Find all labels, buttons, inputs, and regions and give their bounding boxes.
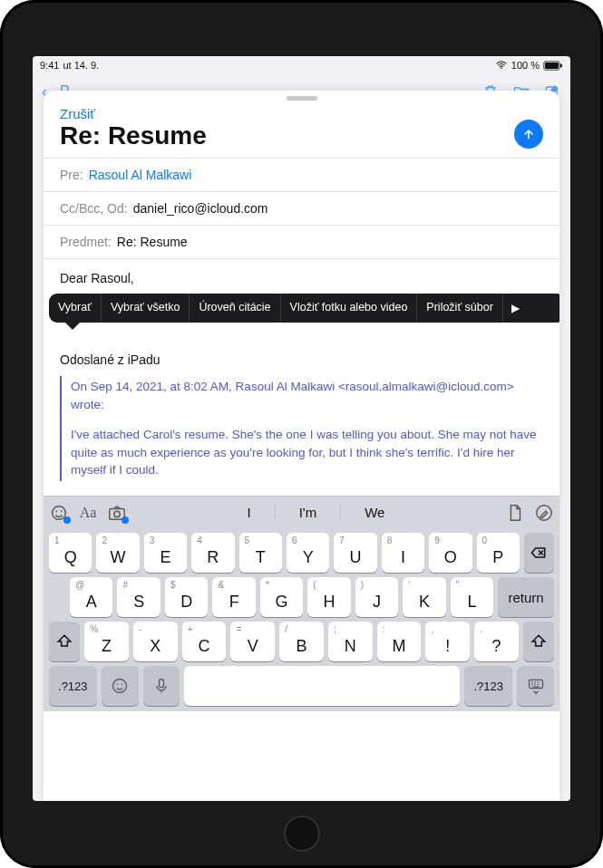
key-alt-label: 9 xyxy=(434,535,440,545)
key-space[interactable] xyxy=(184,666,460,706)
menu-select[interactable]: Vybrať xyxy=(49,294,102,323)
cancel-button[interactable]: Zrušiť xyxy=(60,104,95,121)
key-z[interactable]: %Z xyxy=(84,622,129,661)
key-emoji[interactable] xyxy=(102,666,139,706)
emoji-icon xyxy=(111,677,129,695)
key-main-label: J xyxy=(373,593,381,612)
svg-point-6 xyxy=(55,510,57,512)
key-alt-label: ; xyxy=(334,624,336,634)
key-shift-left[interactable] xyxy=(49,622,80,661)
status-bar: 9:41 ut 14. 9. 100 % xyxy=(33,56,570,74)
to-label: Pre: xyxy=(60,168,83,182)
key-![interactable]: ,! xyxy=(425,622,470,661)
key-s[interactable]: #S xyxy=(117,577,160,617)
key-a[interactable]: @A xyxy=(70,577,112,617)
svg-point-11 xyxy=(113,680,127,693)
key-v[interactable]: =V xyxy=(230,622,275,661)
quote-header: On Sep 14, 2021, at 8:02 AM, Rasoul Al M… xyxy=(71,378,543,413)
key-alt-label: & xyxy=(218,580,224,590)
key-b[interactable]: /B xyxy=(279,622,324,661)
key-q[interactable]: 1Q xyxy=(49,533,92,573)
key-y[interactable]: 6Y xyxy=(287,533,329,573)
key-alt-label: # xyxy=(122,580,128,590)
key-dismiss[interactable] xyxy=(517,666,554,706)
key-return[interactable]: return xyxy=(498,577,554,617)
home-button[interactable] xyxy=(284,815,320,852)
key-alt-label: % xyxy=(90,624,98,634)
ipad-frame: 9:41 ut 14. 9. 100 % ‹ P xyxy=(0,0,603,868)
key-j[interactable]: )J xyxy=(355,577,398,617)
key-main-label: Z xyxy=(102,637,112,656)
key-alt-label: - xyxy=(139,624,141,634)
svg-rect-14 xyxy=(159,680,163,688)
key-mic[interactable] xyxy=(143,666,180,706)
key-d[interactable]: $D xyxy=(165,577,208,617)
menu-select-all[interactable]: Vybrať všetko xyxy=(102,294,190,323)
key-main-label: R xyxy=(207,548,219,567)
key-e[interactable]: 3E xyxy=(144,533,187,573)
prediction-1[interactable]: I xyxy=(224,505,276,520)
subject-value: Re: Resume xyxy=(117,235,188,249)
svg-point-13 xyxy=(122,684,123,686)
message-body[interactable]: Dear Rasoul, Vybrať Vybrať všetko Úroveň… xyxy=(44,259,559,376)
key-shift-right[interactable] xyxy=(523,622,554,661)
key-alt-label: 5 xyxy=(245,535,250,545)
key-alt-label: 0 xyxy=(482,535,488,545)
key-?[interactable]: .? xyxy=(474,622,519,661)
to-value[interactable]: Rasoul Al Malkawi xyxy=(89,168,192,182)
key-alt-label: 1 xyxy=(54,535,60,545)
key-alt-label: + xyxy=(188,624,193,634)
key-o[interactable]: 9O xyxy=(429,533,472,573)
key-main-label: D xyxy=(180,593,192,612)
key-r[interactable]: 4R xyxy=(191,533,234,573)
menu-attach-file[interactable]: Priložiť súbor xyxy=(417,294,502,323)
menu-insert-photo[interactable]: Vložiť fotku alebo video xyxy=(281,294,418,323)
key-main-label: S xyxy=(133,593,144,612)
to-field[interactable]: Pre: Rasoul Al Malkawi xyxy=(44,159,559,192)
key-k[interactable]: 'K xyxy=(403,577,445,617)
document-scan-icon[interactable] xyxy=(505,503,525,523)
key-x[interactable]: -X xyxy=(133,622,178,661)
key-numswitch-right[interactable]: .?123 xyxy=(464,666,512,706)
prediction-3[interactable]: We xyxy=(341,505,408,520)
svg-point-7 xyxy=(61,510,63,512)
key-main-label: Y xyxy=(303,548,314,567)
key-main-label: F xyxy=(229,593,239,612)
camera-icon[interactable] xyxy=(107,503,127,523)
key-main-label: E xyxy=(160,548,170,567)
key-u[interactable]: 7U xyxy=(334,533,376,573)
markup-icon[interactable] xyxy=(534,503,554,523)
key-g[interactable]: *G xyxy=(260,577,303,617)
key-backspace[interactable] xyxy=(524,533,554,573)
key-p[interactable]: 0P xyxy=(477,533,520,573)
key-c[interactable]: +C xyxy=(182,622,227,661)
key-n[interactable]: ;N xyxy=(328,622,373,661)
key-h[interactable]: (H xyxy=(307,577,350,617)
key-alt-label: ( xyxy=(313,580,316,590)
subject-label: Predmet: xyxy=(60,235,112,249)
key-alt-label: * xyxy=(266,580,269,590)
prediction-2[interactable]: I'm xyxy=(276,505,342,520)
key-t[interactable]: 5T xyxy=(239,533,282,573)
key-l[interactable]: "L xyxy=(451,577,493,617)
key-main-label: Q xyxy=(64,548,77,567)
text-format-icon[interactable]: Aa xyxy=(78,503,98,523)
key-alt-label: 6 xyxy=(292,535,297,545)
key-w[interactable]: 2W xyxy=(96,533,139,573)
subject-field[interactable]: Predmet: Re: Resume xyxy=(44,226,559,259)
key-main-label: X xyxy=(150,637,160,656)
key-main-label: I xyxy=(401,548,405,567)
key-i[interactable]: 8I xyxy=(382,533,424,573)
send-button[interactable] xyxy=(514,120,543,149)
globe-emoji-icon[interactable] xyxy=(49,503,69,523)
svg-point-0 xyxy=(501,68,502,70)
key-f[interactable]: &F xyxy=(212,577,255,617)
menu-quote-level[interactable]: Úroveň citácie xyxy=(190,294,280,323)
key-numswitch-left[interactable]: .?123 xyxy=(49,666,97,706)
key-m[interactable]: :M xyxy=(377,622,422,661)
menu-more[interactable]: ▶ xyxy=(503,294,529,323)
sheet-grabber[interactable] xyxy=(287,96,317,101)
key-alt-label: / xyxy=(285,624,287,634)
ccbcc-field[interactable]: Cc/Bcc, Od: daniel_rico@icloud.com xyxy=(44,192,559,226)
key-alt-label: , xyxy=(431,624,433,634)
